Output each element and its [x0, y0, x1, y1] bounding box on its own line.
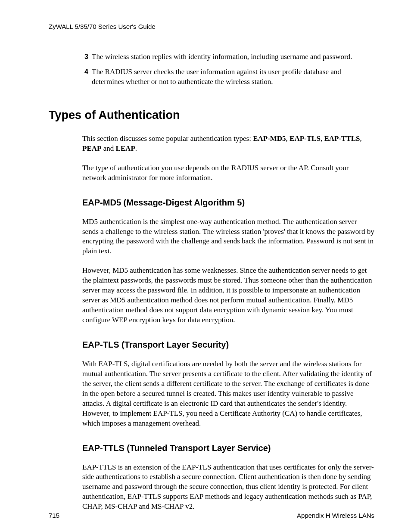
numbered-list: 3 The wireless station replies with iden… — [78, 52, 374, 87]
list-text: The RADIUS server checks the user inform… — [92, 67, 374, 87]
auth-type: EAP-TTLS — [324, 134, 360, 143]
subsection-heading-md5: EAP-MD5 (Message-Digest Algorithm 5) — [82, 198, 374, 208]
page-footer: 715 Appendix H Wireless LANs — [0, 509, 411, 519]
page-content: 3 The wireless station replies with iden… — [37, 52, 374, 512]
guide-title: ZyWALL 5/35/70 Series User's Guide — [49, 23, 156, 30]
auth-type: EAP-MD5 — [253, 134, 286, 143]
subsection-heading-tls: EAP-TLS (Transport Layer Security) — [82, 340, 374, 350]
list-text: The wireless station replies with identi… — [92, 52, 374, 62]
intro-prefix: This section discusses some popular auth… — [82, 134, 253, 143]
list-number: 3 — [78, 52, 88, 62]
section-heading: Types of Authentication — [37, 109, 374, 122]
auth-type: PEAP — [82, 144, 101, 152]
subsection-heading-ttls: EAP-TTLS (Tunneled Transport Layer Servi… — [82, 443, 374, 453]
auth-type: EAP-TLS — [290, 134, 321, 143]
md5-paragraph-1: MD5 authentication is the simplest one-w… — [82, 217, 374, 257]
appendix-label: Appendix H Wireless LANs — [297, 512, 374, 519]
intro-paragraph-2: The type of authentication you use depen… — [82, 163, 374, 183]
ttls-paragraph-1: EAP-TTLS is an extension of the EAP-TLS … — [82, 463, 374, 512]
section-body: This section discusses some popular auth… — [82, 134, 374, 512]
page-header: ZyWALL 5/35/70 Series User's Guide — [49, 23, 374, 33]
tls-paragraph-1: With EAP-TLS, digital certifications are… — [82, 359, 374, 429]
list-item: 3 The wireless station replies with iden… — [78, 52, 374, 62]
list-number: 4 — [78, 67, 88, 77]
page-number: 715 — [49, 512, 59, 519]
auth-type: LEAP — [115, 144, 135, 152]
md5-paragraph-2: However, MD5 authentication has some wea… — [82, 266, 374, 325]
intro-paragraph: This section discusses some popular auth… — [82, 134, 374, 154]
list-item: 4 The RADIUS server checks the user info… — [78, 67, 374, 87]
